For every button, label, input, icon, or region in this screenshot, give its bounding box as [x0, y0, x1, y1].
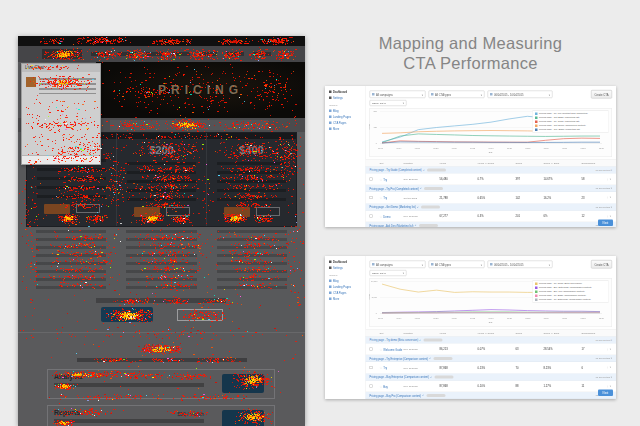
sidebar-link-label: More — [333, 127, 339, 130]
legend-swatch — [535, 295, 538, 298]
campaign-link[interactable]: Pricing page - Buy Enterprise (Compariso… — [370, 375, 429, 378]
column-header: Updated — [404, 162, 440, 165]
clicks-cell: 63 — [516, 348, 544, 351]
updated-cell: Oct 15 2015 — [404, 196, 440, 199]
row-checkbox[interactable] — [370, 178, 373, 181]
sidebar-item-settings[interactable]: Settings — [329, 96, 365, 99]
sidebar-dashboard-label: Dashboard — [333, 90, 347, 93]
star-icon[interactable]: ☆ — [380, 366, 383, 369]
star-icon[interactable]: ☆ — [380, 215, 383, 218]
create-cta-button[interactable]: Create CTA — [591, 90, 612, 99]
cta-cell: ☆Buy — [380, 384, 404, 388]
cta-link[interactable]: Try — [383, 196, 387, 199]
campaign-link[interactable]: Pricing page - Try Guide (Completed cont… — [370, 168, 422, 171]
external-link-icon: ↗ — [420, 187, 422, 190]
y-axis-tick: 0 — [371, 312, 377, 315]
filter-icon — [372, 263, 375, 266]
row-overflow-menu[interactable]: ⋮ ▾ — [607, 196, 611, 199]
submissions-cell: 6 — [582, 366, 608, 369]
show-dropdown[interactable]: Show: CTAs▾ — [370, 270, 407, 276]
row-checkbox[interactable] — [370, 215, 373, 218]
campaign-tag-pill — [421, 205, 440, 208]
sidebar-item-cta-pages[interactable]: CTA Pages — [329, 121, 365, 124]
campaign-link[interactable]: Pricing page - Try Pro (Completed conten… — [370, 187, 419, 190]
row-range-controls[interactable]: 7d 30d Details ▾ — [596, 339, 612, 342]
legend-label: Pricing page - Try demo (Beta conversion… — [539, 282, 582, 285]
row-overflow-menu[interactable]: ⋮ ▾ — [607, 384, 611, 387]
filter-dropdown[interactable]: All campaigns▾ — [370, 91, 426, 99]
star-icon[interactable]: ☆ — [380, 348, 383, 351]
cta-link[interactable]: Demo — [383, 215, 390, 218]
campaign-group-row: Pricing page - Ask Dev (Marketing list)↗… — [366, 222, 617, 227]
sidebar-item-settings[interactable]: Settings — [329, 266, 365, 269]
sidebar-link-label: Landing Pages — [333, 115, 351, 118]
filter-dropdown[interactable]: All CTA types▾ — [429, 91, 485, 99]
sidebar-item-dashboard[interactable]: Dashboard — [329, 90, 365, 93]
cta-link[interactable]: Try — [383, 178, 387, 181]
row-overflow-menu[interactable]: ⋮ ▾ — [607, 177, 611, 180]
page-icon — [329, 279, 332, 282]
clicks_to_subs-cell: 28.54% — [544, 348, 582, 351]
row-checkbox[interactable] — [370, 196, 373, 199]
column-header: Submissions — [582, 332, 608, 335]
views_to_clicks-cell: 0.07% — [478, 348, 516, 351]
x-axis-tick: 06/21 — [415, 147, 420, 150]
filter-toolbar: All campaigns▾All CTA types▾06/04/2015 -… — [370, 260, 613, 269]
row-overflow-menu[interactable]: ⋮ ▾ — [607, 214, 611, 217]
legend-label: Pricing page - Try Pro (Contact form com… — [539, 112, 588, 115]
views-cell: 87,868 — [440, 366, 478, 369]
filter-label: 06/04/2015 - 10/04/2015 — [494, 263, 523, 266]
filter-dropdown[interactable]: All CTA types▾ — [429, 261, 485, 269]
page-icon — [329, 121, 332, 124]
cta-link[interactable]: Welcome Guide — [383, 348, 402, 351]
sidebar-item-blog[interactable]: Blog — [329, 109, 365, 112]
heatmap-dots-canvas — [18, 36, 305, 426]
row-range-controls[interactable]: 7d 30d Details ▾ — [596, 169, 612, 172]
dashboard-inner: DashboardSettingsImproveBlogLanding Page… — [325, 256, 616, 399]
sidebar-item-landing-pages[interactable]: Landing Pages — [329, 285, 365, 288]
next-page-button[interactable]: Next — [598, 390, 613, 397]
filter-dropdown[interactable]: 06/04/2015 - 10/04/2015▾ — [488, 91, 553, 99]
legend-entry: Pricing page - Buy Enterprise (Compariso… — [535, 286, 606, 289]
sidebar-item-more[interactable]: More — [329, 297, 365, 300]
dashboard-main: All campaigns▾All CTA types▾06/04/2015 -… — [365, 256, 616, 399]
sidebar-item-landing-pages[interactable]: Landing Pages — [329, 115, 365, 118]
star-icon[interactable]: ☆ — [380, 196, 383, 199]
filter-dropdown[interactable]: All campaigns▾ — [370, 261, 426, 269]
create-cta-button[interactable]: Create CTA — [591, 260, 612, 269]
campaign-link[interactable]: Pricing page - Ask Dev (Marketing list) — [370, 224, 414, 227]
row-checkbox[interactable] — [370, 366, 373, 369]
show-dropdown[interactable]: Show: CTAs▾ — [370, 100, 407, 106]
sidebar-item-more[interactable]: More — [329, 127, 365, 130]
next-page-button[interactable]: Next — [598, 220, 613, 227]
row-overflow-menu[interactable]: ⋮ ▾ — [607, 347, 611, 350]
campaign-group-row: Pricing page - Try Pro (Completed conten… — [366, 185, 617, 192]
sidebar-item-cta-pages[interactable]: CTA Pages — [329, 291, 365, 294]
filter-dropdown[interactable]: 06/04/2015 - 10/04/2015▾ — [488, 261, 553, 269]
cta-data-row: ☆BuyNov 18 201587,8680.10%881.27%11⋮ ▾ — [366, 381, 617, 393]
cta-link[interactable]: Buy — [383, 385, 388, 388]
row-checkbox[interactable] — [370, 385, 373, 388]
campaign-link[interactable]: Pricing page - Try Enterprise (Compariso… — [370, 357, 429, 360]
sidebar-item-blog[interactable]: Blog — [329, 279, 365, 282]
row-range-controls[interactable]: 7d 30d Details ▾ — [596, 376, 612, 379]
star-icon[interactable]: ☆ — [380, 178, 383, 181]
campaign-link[interactable]: Pricing page - Get Demo (Marketing list) — [370, 205, 416, 208]
row-checkbox[interactable] — [370, 348, 373, 351]
campaign-link[interactable]: Pricing page - Try demo (Beta conversion… — [370, 338, 419, 341]
views_to_clicks-cell: 0.65% — [478, 196, 516, 199]
row-range-controls[interactable]: 7d 30d Details ▾ — [596, 206, 612, 209]
campaign-link[interactable]: Pricing page - Buy Pro (Comparison conte… — [370, 394, 422, 397]
cta-link[interactable]: Try — [383, 366, 387, 369]
y-axis-tick: 150 — [371, 126, 377, 129]
legend-entry: Pricing page - Try Guide (Marketing list… — [535, 120, 606, 123]
column-header: Views — [440, 162, 478, 165]
row-overflow-menu[interactable]: ⋮ ▾ — [607, 366, 611, 369]
row-range-controls[interactable]: 7d 30d Details ▾ — [596, 357, 612, 360]
star-icon[interactable]: ☆ — [380, 385, 383, 388]
campaign-tag-pill — [427, 394, 446, 397]
row-range-controls[interactable]: 7d 30d Details ▾ — [596, 187, 612, 190]
x-axis-tick: 08/09 — [544, 317, 549, 320]
sidebar-item-dashboard[interactable]: Dashboard — [329, 260, 365, 263]
column-header: Clicks — [516, 332, 544, 335]
